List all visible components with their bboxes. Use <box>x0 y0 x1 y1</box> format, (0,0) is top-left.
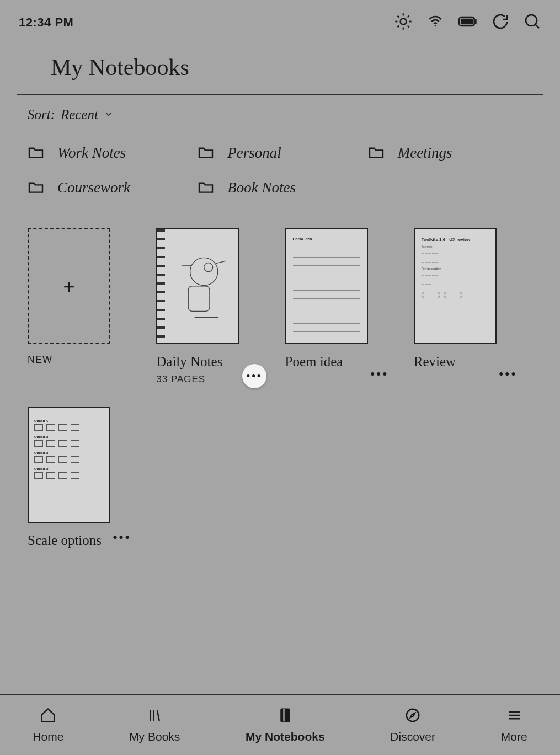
notebook-poem-idea[interactable]: Poem idea Poem idea ••• <box>285 228 404 385</box>
svg-point-0 <box>401 19 407 25</box>
svg-rect-17 <box>188 286 210 312</box>
folder-icon <box>198 180 214 196</box>
books-icon <box>146 707 163 726</box>
folder-label: Coursework <box>57 179 130 196</box>
sketch-preview <box>169 243 232 332</box>
folders-grid: Work Notes Personal Meetings Coursework … <box>0 122 560 196</box>
svg-marker-27 <box>410 713 415 717</box>
notebook-thumb[interactable]: Poem idea <box>285 228 368 344</box>
notebooks-icon <box>277 707 294 726</box>
notebook-thumb[interactable]: Option A Option B Option B Option B' <box>28 407 110 523</box>
sort-value: Recent <box>61 107 98 122</box>
brightness-icon[interactable] <box>394 13 412 33</box>
sort-dropdown[interactable]: Sort: Recent <box>0 95 560 122</box>
folder-coursework[interactable]: Coursework <box>28 179 192 196</box>
sort-prefix: Sort: <box>28 107 55 122</box>
notebook-scale-options[interactable]: Option A Option B Option B Option B' Sca… <box>28 407 146 548</box>
thumb-section: Pen interaction <box>415 264 495 271</box>
page-title: My Notebooks <box>17 33 543 95</box>
svg-point-26 <box>407 709 419 722</box>
bottom-nav: Home My Books My Notebooks Discover More <box>0 694 560 755</box>
nav-label: Discover <box>390 730 435 743</box>
svg-line-4 <box>408 26 409 28</box>
svg-point-15 <box>190 258 218 285</box>
svg-rect-11 <box>475 19 477 24</box>
folder-icon <box>368 146 385 161</box>
nav-label: My Notebooks <box>246 730 325 743</box>
thumb-option-label: Option A <box>34 419 104 422</box>
more-options-button[interactable]: ••• <box>370 366 388 383</box>
new-notebook-thumb[interactable]: ＋ <box>28 228 110 344</box>
search-icon[interactable] <box>524 13 541 33</box>
new-notebook-label: NEW <box>28 354 146 366</box>
folder-label: Book Notes <box>227 179 296 196</box>
menu-icon <box>506 707 522 726</box>
thumb-section: Scenario <box>415 242 495 249</box>
more-options-button[interactable]: ••• <box>499 366 517 383</box>
compass-icon <box>404 707 421 726</box>
thumb-text: — — — — —— — — —— — — — — <box>415 249 495 264</box>
nav-home[interactable]: Home <box>33 707 63 743</box>
folder-label: Work Notes <box>57 144 126 162</box>
nav-label: Home <box>33 730 63 743</box>
chevron-down-icon <box>104 107 114 122</box>
lined-paper-icon <box>293 249 360 336</box>
nav-my-books[interactable]: My Books <box>129 707 180 743</box>
spiral-binding-icon <box>157 229 165 343</box>
plus-icon: ＋ <box>60 274 78 299</box>
folder-work-notes[interactable]: Work Notes <box>28 144 192 162</box>
folder-personal[interactable]: Personal <box>198 144 362 162</box>
svg-line-8 <box>408 16 409 18</box>
thumb-header: Toolkits 1.6 - UX review <box>415 229 495 242</box>
svg-line-23 <box>157 710 159 721</box>
svg-point-16 <box>204 263 213 272</box>
thumb-bubbles <box>415 286 495 298</box>
folder-book-notes[interactable]: Book Notes <box>198 179 362 196</box>
thumb-option-label: Option B <box>34 435 104 438</box>
more-options-button[interactable]: ••• <box>113 529 131 546</box>
notebook-review[interactable]: Toolkits 1.6 - UX review Scenario — — — … <box>414 228 532 385</box>
folder-icon <box>28 180 44 196</box>
nav-label: My Books <box>129 730 180 743</box>
thumb-option-label: Option B <box>34 451 104 454</box>
thumb-boxes: Option A Option B Option B Option B' <box>29 408 109 485</box>
nav-label: More <box>501 730 527 743</box>
status-icon-tray <box>394 13 541 33</box>
folder-label: Personal <box>227 144 281 162</box>
svg-line-19 <box>216 261 226 264</box>
nav-more[interactable]: More <box>501 707 527 743</box>
svg-point-9 <box>435 25 436 27</box>
thumb-option-label: Option B' <box>34 467 104 470</box>
home-icon <box>40 707 56 726</box>
svg-line-3 <box>398 16 399 18</box>
status-time: 12:34 PM <box>19 15 73 30</box>
folder-meetings[interactable]: Meetings <box>368 144 532 162</box>
folder-icon <box>198 146 214 161</box>
svg-line-7 <box>398 26 399 28</box>
notebook-thumb[interactable] <box>156 228 239 344</box>
svg-rect-12 <box>461 19 473 24</box>
nav-my-notebooks[interactable]: My Notebooks <box>246 707 325 743</box>
more-options-button[interactable]: ••• <box>242 364 266 388</box>
status-bar: 12:34 PM <box>0 0 560 33</box>
battery-icon[interactable] <box>458 16 477 29</box>
nav-discover[interactable]: Discover <box>390 707 435 743</box>
thumb-header: Poem idea <box>286 229 367 241</box>
sync-icon[interactable] <box>492 13 509 33</box>
wifi-icon[interactable] <box>426 13 444 33</box>
svg-point-13 <box>526 15 537 26</box>
svg-line-14 <box>535 24 539 28</box>
folder-label: Meetings <box>398 144 452 162</box>
folder-icon <box>28 146 44 161</box>
notebooks-grid: ＋ NEW Daily Notes 33 PAGES ••• Poem idea… <box>0 196 560 548</box>
thumb-text: — — — — —— — — — —— — — <box>415 271 495 286</box>
notebook-thumb[interactable]: Toolkits 1.6 - UX review Scenario — — — … <box>414 228 497 344</box>
new-notebook-tile[interactable]: ＋ NEW <box>28 228 146 385</box>
svg-rect-24 <box>281 709 289 722</box>
notebook-daily-notes[interactable]: Daily Notes 33 PAGES ••• <box>156 228 275 385</box>
